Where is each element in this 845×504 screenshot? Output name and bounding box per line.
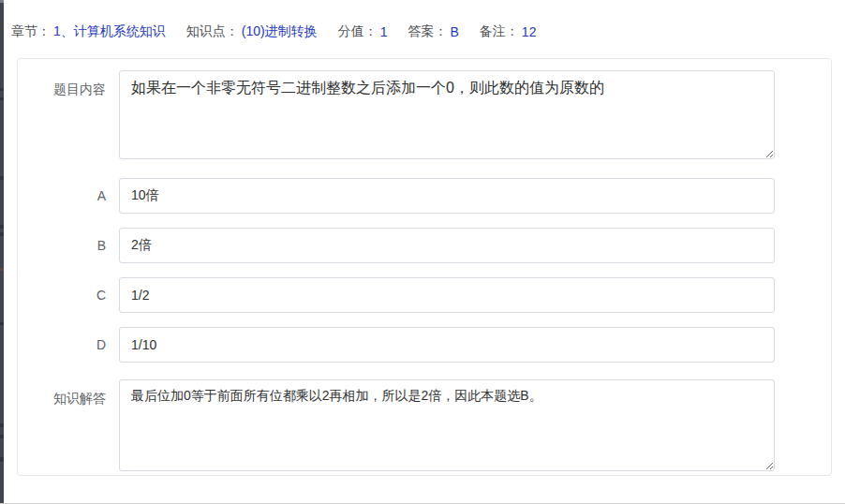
meta-score: 分值： 1: [338, 23, 388, 40]
sidebar-edge-line: [0, 268, 4, 271]
explanation-textarea[interactable]: 最后位加0等于前面所有位都乘以2再相加，所以是2倍，因此本题选B。: [119, 379, 775, 471]
option-a-input[interactable]: [119, 178, 775, 214]
meta-score-label: 分值：: [338, 23, 378, 40]
meta-remark-label: 备注：: [480, 23, 519, 40]
meta-remark: 备注： 12: [480, 23, 537, 40]
option-c-row: C: [18, 277, 831, 313]
meta-knowledge-point-label: 知识点：: [186, 23, 239, 40]
sidebar-edge-line: [0, 423, 4, 427]
option-d-input[interactable]: [119, 327, 775, 363]
sidebar-edge-line: [0, 457, 4, 462]
option-a-row: A: [18, 178, 831, 214]
question-form-card: 题目内容 如果在一个非零无符号二进制整数之后添加一个0，则此数的值为原数的 A …: [17, 58, 832, 476]
question-content-row: 题目内容 如果在一个非零无符号二进制整数之后添加一个0，则此数的值为原数的: [18, 70, 831, 159]
sidebar-edge-line: [0, 176, 4, 180]
question-meta-bar: 章节： 1、计算机系统知识 知识点： (10)进制转换 分值： 1 答案： B …: [11, 22, 556, 41]
meta-chapter: 章节： 1、计算机系统知识: [11, 23, 166, 40]
meta-answer-label: 答案：: [408, 23, 448, 40]
option-b-row: B: [18, 228, 831, 263]
meta-answer: 答案： B: [408, 23, 459, 40]
option-d-row: D: [18, 327, 831, 363]
meta-knowledge-point: 知识点： (10)进制转换: [186, 23, 318, 40]
meta-knowledge-point-value: (10)进制转换: [242, 23, 318, 40]
meta-answer-value: B: [451, 24, 459, 39]
option-b-label: B: [18, 228, 106, 263]
meta-score-value: 1: [380, 24, 388, 39]
sidebar-edge-line: [0, 232, 4, 236]
option-a-label: A: [18, 178, 106, 214]
option-c-label: C: [18, 277, 106, 313]
sidebar-edge-line: [0, 322, 4, 325]
sidebar-edge-line: [0, 88, 4, 91]
meta-chapter-label: 章节：: [11, 23, 51, 40]
question-content-label: 题目内容: [18, 70, 106, 98]
meta-chapter-value: 1、计算机系统知识: [53, 23, 166, 40]
sidebar-edge-line: [0, 0, 4, 3]
sidebar-edge-line: [0, 435, 4, 438]
option-c-input[interactable]: [119, 277, 775, 313]
option-b-input[interactable]: [119, 228, 775, 263]
sidebar-edge: [0, 0, 4, 504]
sidebar-edge-line: [0, 97, 4, 100]
option-d-label: D: [18, 327, 106, 363]
explanation-row: 知识解答 最后位加0等于前面所有位都乘以2再相加，所以是2倍，因此本题选B。: [18, 379, 831, 471]
explanation-label: 知识解答: [18, 379, 106, 408]
question-content-textarea[interactable]: 如果在一个非零无符号二进制整数之后添加一个0，则此数的值为原数的: [119, 70, 775, 159]
meta-remark-value: 12: [522, 24, 537, 39]
sidebar-edge-line: [0, 225, 4, 229]
